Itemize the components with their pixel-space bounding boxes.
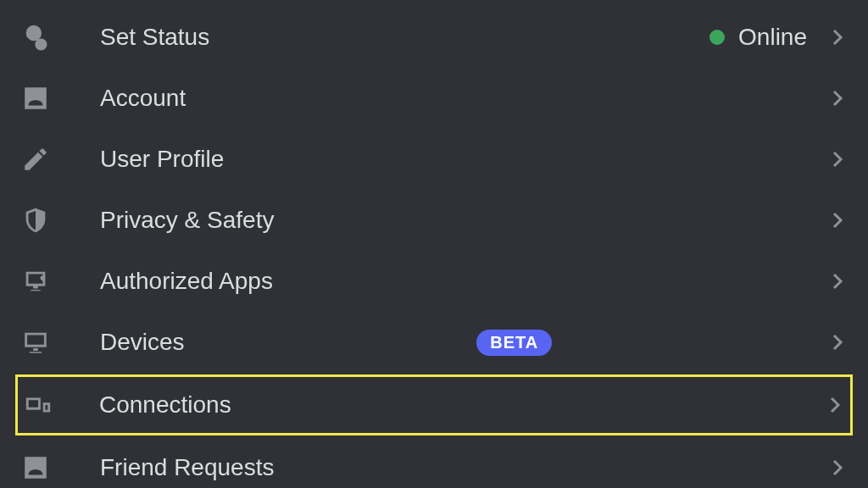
settings-item-label: Set Status <box>100 24 709 51</box>
chevron-right-icon <box>827 88 848 108</box>
friend-requests-icon <box>20 452 51 483</box>
settings-item-label: Privacy & Safety <box>100 207 827 234</box>
settings-item-account[interactable]: Account <box>0 68 868 129</box>
shield-icon <box>20 205 51 236</box>
settings-item-label: User Profile <box>100 146 827 173</box>
chevron-right-icon <box>827 458 848 478</box>
settings-item-label: Connections <box>99 391 825 419</box>
chevron-right-icon <box>827 210 848 230</box>
pencil-icon <box>20 144 51 175</box>
settings-item-devices[interactable]: Devices BETA <box>0 312 868 373</box>
settings-item-label: Friend Requests <box>100 454 827 481</box>
chevron-right-icon <box>827 271 848 291</box>
monitor-icon <box>20 327 51 358</box>
chevron-right-icon <box>827 27 848 47</box>
settings-item-user-profile[interactable]: User Profile <box>0 129 868 190</box>
status-dot-icon <box>709 30 725 45</box>
status-value: Online <box>709 24 807 51</box>
settings-item-authorized-apps[interactable]: Authorized Apps <box>0 251 868 312</box>
status-text: Online <box>738 24 807 51</box>
account-icon <box>20 83 51 114</box>
settings-item-set-status[interactable]: Set Status Online <box>0 7 868 68</box>
settings-item-label: Devices <box>100 329 459 356</box>
settings-item-label: Account <box>100 85 827 112</box>
settings-list: Set Status Online Account User Profile P… <box>0 0 868 488</box>
chevron-right-icon <box>827 149 848 169</box>
settings-item-connections[interactable]: Connections <box>15 374 853 435</box>
connections-icon <box>23 390 53 420</box>
chevron-right-icon <box>827 332 848 352</box>
beta-badge: BETA <box>476 330 552 356</box>
status-icon <box>20 22 51 53</box>
settings-item-label: Authorized Apps <box>100 268 827 295</box>
chevron-right-icon <box>825 395 845 415</box>
settings-item-friend-requests[interactable]: Friend Requests <box>0 437 868 488</box>
settings-item-privacy-safety[interactable]: Privacy & Safety <box>0 190 868 251</box>
apps-icon <box>20 266 51 297</box>
